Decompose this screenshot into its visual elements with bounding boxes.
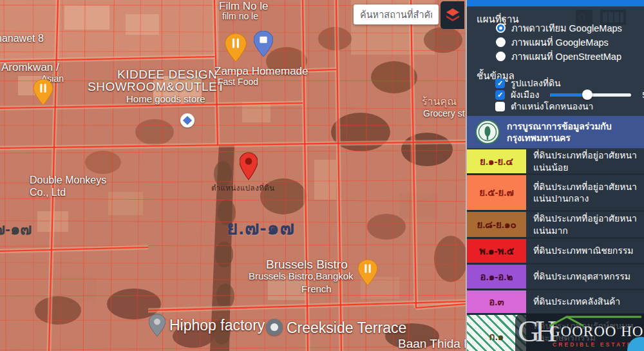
gooroo-home-watermark: GH GOOROO HOME CREDIBLE ESTATE AGENT [515,314,644,351]
legend-row: พ.๑-พ.๕ ที่ดินประเภทพาณิชยกรรม [467,239,644,265]
map-label-film-sub: film no le [222,12,258,21]
slider-thumb[interactable] [582,90,592,100]
opacity-slider[interactable] [550,93,631,97]
checkbox-label: ตำแหน่งโคกหนองนา [511,99,593,113]
restaurant-pin-orange-2[interactable] [33,79,53,108]
place-circle-grey-icon[interactable] [266,319,283,336]
legend-row: ย.๘-ย.๑๐ ที่ดินประเภทที่อยู่อาศัยหนาแน่น… [467,212,644,239]
map-label-brussels-sub: French [301,284,332,294]
banner-line1: การบูรณาการข้อมูลร่วมกับ [507,120,612,132]
restaurant-pin-orange[interactable] [225,33,247,64]
legend-label: ที่ดินประเภทพาณิชยกรรม [526,239,644,263]
map-label-thai-shop: ร้านคุณ [422,97,457,108]
map-label-hiphop: Hiphop factory [169,318,265,333]
map-label-thanawet: hanawet 8 [0,33,44,44]
search-input[interactable] [354,5,439,24]
legend-label: ที่ดินประเภทคลังสินค้า [526,290,644,313]
legend-swatch: ย.๘-ย.๑๐ [467,212,526,237]
app-window: Film No le film no le hanawet 8 Aromkwan… [0,0,644,351]
legend-label: ที่ดินประเภทที่อยู่อาศัยหนาแน่นมาก [526,212,644,237]
red-location-pin[interactable] [240,152,258,183]
map-label-kiddee-2: SHOWROOM&OUTLET [88,81,225,93]
legend-row: ย.๑-ย.๔ ที่ดินประเภทที่อยู่อาศัยหนาแน่นน… [467,149,644,175]
legend-label: ที่ดินประเภทที่อยู่อาศัยหนาแน่นน้อย [526,149,644,173]
map-label-brussels-2: Brussels Bistro,Bangkok [249,271,354,281]
legend-row: ย.๕-ย.๗ ที่ดินประเภทที่อยู่อาศัยหนาแน่นป… [467,175,644,212]
home-icon[interactable] [576,10,592,25]
map-settings-panel: แผนที่ฐาน ภาพดาวเทียม GoogleMaps ภาพแผนท… [466,0,644,351]
store-circle-blue-icon[interactable] [180,113,194,128]
legend-swatch: ย.๕-ย.๗ [467,175,526,210]
map-label-kiddee-1: KIDDEE DESIGN [117,68,217,81]
panel-top-accent-bar [467,0,644,6]
legend-swatch: พ.๑-พ.๕ [467,239,526,263]
map-label-zampa: Zampa Homemade [214,66,308,77]
checkbox-checked-icon[interactable]: ✓ [495,79,505,88]
map-canvas[interactable]: Film No le film no le hanawet 8 Aromkwan… [0,0,466,351]
shop-pin-blue[interactable] [254,31,273,59]
radio-label: ภาพแผนที่ OpenStreetMap [511,49,621,64]
radio-icon[interactable] [496,37,506,47]
legend-label: ที่ดินประเภทอุตสาหกรรม [526,265,644,289]
bangkok-integration-banner: การบูรณาการข้อมูลร่วมกับ กรุงเทพมหานคร [467,116,644,148]
radio-selected-icon[interactable] [496,23,506,33]
map-label-grocery: Grocery st [423,109,465,119]
gooroo-name: GOOROO HOME [549,323,644,340]
map-label-baan-thida: Baan Thida Lo [398,337,466,350]
checkbox-unchecked-icon[interactable] [495,102,505,111]
legend-row: อ.๑-อ.๒ ที่ดินประเภทอุตสาหกรรม [467,265,644,290]
radio-openstreetmap[interactable]: ภาพแผนที่ OpenStreetMap [467,49,644,63]
layers-icon [445,7,460,24]
legend-swatch: อ.๑-อ.๒ [467,265,526,289]
map-label-brussels-1: Brussels Bistro [266,258,348,271]
layers-button[interactable] [440,1,464,29]
legend-row: อ.๓ ที่ดินประเภทคลังสินค้า [467,290,644,315]
checkbox-row-khok-nong-na[interactable]: ตำแหน่งโคกหนองนา [467,100,644,112]
restaurant-pin-orange-3[interactable] [358,259,377,289]
radio-map-googlemaps[interactable]: ภาพแผนที่ GoogleMaps [467,35,644,49]
radio-label: ภาพแผนที่ GoogleMaps [511,35,609,50]
map-label-kiddee-sub: Home goods store [126,94,205,104]
place-pin-grey[interactable] [149,312,166,341]
legend-swatch: อ.๓ [467,290,526,313]
checkbox-checked-icon[interactable]: ✓ [495,90,505,100]
map-label-double-monkeys-2: Co., Ltd [30,187,66,198]
map-label-zone-left-edge: ๗-๑๗ [0,221,32,237]
radio-icon[interactable] [496,52,506,61]
map-label-zampa-sub: Fast Food [218,77,258,87]
map-label-aromkwan: Aromkwan / [1,62,59,73]
legend-label: ที่ดินประเภทที่อยู่อาศัยหนาแน่นปานกลาง [526,175,644,210]
map-label-zone: ย.๗-๑๗ [227,218,295,238]
grid-icon[interactable] [600,10,626,25]
map-label-creekside: Creekside Terrace [287,320,406,336]
map-label-double-monkeys-1: Double Monkeys [30,175,106,186]
legend-swatch: ย.๑-ย.๔ [467,149,526,173]
map-label-marker-caption: ตำแหน่งแปลงที่ดิน [211,184,275,192]
banner-line2: กรุงเทพมหานคร [507,132,612,144]
layers-section-title: ชั้นข้อมูล [467,63,644,77]
bangkok-seal-icon [475,119,500,145]
